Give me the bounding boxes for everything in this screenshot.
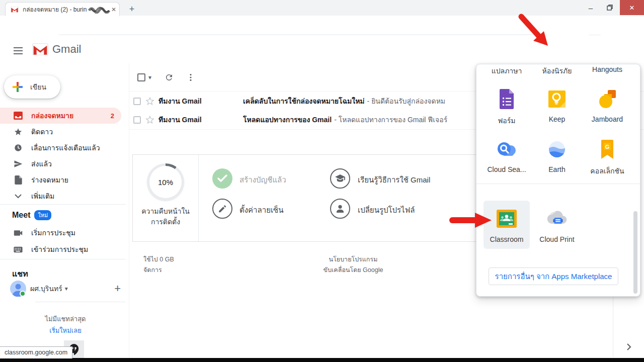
pencil-icon <box>218 204 227 213</box>
window-restore-button[interactable] <box>602 0 618 15</box>
status-bar-link: classroom.google.com <box>0 346 72 358</box>
new-tab-button[interactable]: + <box>126 3 138 15</box>
compose-plus-icon <box>12 81 23 93</box>
browser-toolbar: mail.google.com/mail/u/0/#inbox <box>0 16 644 36</box>
app-tile-label: ฟอร์ม <box>481 115 532 126</box>
sidebar-item-starred[interactable]: ติดดาว <box>0 124 121 140</box>
window-close-button[interactable]: ✕ <box>620 0 644 15</box>
compose-button[interactable]: เขียน <box>4 75 60 99</box>
setup-progress-label: ความคืบหน้าใน การติดตั้ง <box>133 206 198 227</box>
graduation-cap-icon <box>335 174 346 183</box>
sidebar-item-more[interactable]: เพิ่มเติม <box>0 188 121 204</box>
more-options-icon[interactable] <box>187 73 195 81</box>
sidebar-item-label: ส่งแล้ว <box>31 158 52 169</box>
draft-icon <box>13 175 23 185</box>
refresh-list-icon[interactable] <box>165 73 174 82</box>
sidebar-item-label: เริ่มการประชุม <box>31 227 75 238</box>
sidebar-item-inbox[interactable]: กล่องจดหมาย 2 <box>0 108 121 124</box>
email-star-icon[interactable] <box>145 115 154 124</box>
main-menu-icon[interactable] <box>14 45 23 56</box>
sidebar-divider <box>0 204 126 205</box>
change-profile-photo-button[interactable] <box>330 199 350 219</box>
browser-tab[interactable]: กล่องจดหมาย (2) - burin.n ✕ <box>5 2 120 16</box>
inbox-unread-count: 2 <box>111 112 114 120</box>
app-tile-label: Cloud Sea... <box>481 165 532 173</box>
learn-gmail-button[interactable] <box>330 168 350 189</box>
cloud-search-icon <box>496 138 518 160</box>
select-caret-icon[interactable]: ▾ <box>148 74 151 81</box>
apps-menu-scrollbar[interactable] <box>633 211 637 294</box>
gmail-logo[interactable]: Gmail <box>32 43 81 56</box>
chat-user-name: ผศ.บุรินทร์ <box>30 283 62 294</box>
chat-title: แชท <box>12 267 28 280</box>
video-camera-icon <box>13 230 23 236</box>
keyboard-icon <box>13 246 23 253</box>
task-learn-gmail[interactable]: เรียนรู้วิธีการใช้ Gmail <box>358 174 430 186</box>
browser-titlebar: กล่องจดหมาย (2) - burin.n ✕ + – ✕ <box>0 0 644 16</box>
chat-empty-text: ไม่มีแชทล่าสุด <box>0 314 131 324</box>
sidebar-divider <box>0 259 126 259</box>
redacted-scribble <box>88 6 111 14</box>
gmail-favicon-icon <box>11 7 19 13</box>
app-tile-hangouts[interactable]: Hangouts <box>582 65 632 73</box>
chat-add-button[interactable]: + <box>114 282 121 295</box>
sidebar-item-sent[interactable]: ส่งแล้ว <box>0 156 121 172</box>
sidebar-item-start-meeting[interactable]: เริ่มการประชุม <box>0 225 121 241</box>
sidebar-item-snoozed[interactable]: เลื่อนการแจ้งเตือนแล้ว <box>0 140 121 156</box>
email-checkbox[interactable] <box>133 116 141 124</box>
select-all-checkbox[interactable] <box>137 73 145 81</box>
chat-user-caret-icon[interactable]: ▾ <box>65 285 68 292</box>
apps-marketplace-button[interactable]: รายการอื่นๆ จาก Apps Marketplace <box>489 267 618 285</box>
window-minimize-button[interactable]: – <box>583 0 599 15</box>
meet-section-header: Meet ใหม่ <box>12 210 51 220</box>
gmail-logo-text: Gmail <box>52 43 81 56</box>
powered-by-google: ขับเคลื่อนโดย Google <box>303 265 404 275</box>
chat-user-avatar <box>10 281 26 297</box>
app-tile-vault[interactable]: ห้องนิรภัย <box>532 65 582 76</box>
manage-storage-link[interactable]: จัดการ <box>143 265 162 275</box>
email-sender: ทีมงาน Gmail <box>158 96 243 107</box>
program-policy-link[interactable]: นโยบายโปรแกรม <box>303 254 404 264</box>
sidebar-item-label: เลื่อนการแจ้งเตือนแล้ว <box>31 142 100 153</box>
sidebar-item-label: ร่างจดหมาย <box>31 174 68 186</box>
forms-icon <box>496 88 518 110</box>
account-created-check-icon <box>212 168 232 189</box>
email-snippet: - โหลดแอปทางการของ Gmail ฟีเจอร์ <box>334 116 447 124</box>
app-tile-label: Classroom <box>481 235 532 243</box>
email-star-icon[interactable] <box>145 97 154 106</box>
sidebar-item-label: เพิ่มเติม <box>31 191 54 202</box>
send-icon <box>13 159 23 168</box>
clock-icon <box>13 143 23 152</box>
card-divider <box>198 155 199 241</box>
storage-used: ใช้ไป 0 GB <box>143 254 174 264</box>
chat-user-row[interactable]: ผศ.บุรินทร์ ▾ + <box>10 281 121 297</box>
task-set-signature[interactable]: ตั้งค่าลายเซ็น <box>239 204 284 216</box>
star-icon <box>13 127 23 136</box>
classroom-icon <box>496 208 518 230</box>
apps-menu-divider <box>476 184 640 184</box>
email-checkbox[interactable] <box>133 98 141 105</box>
taskbar-edge <box>0 358 644 362</box>
sidebar-item-drafts[interactable]: ร่างจดหมาย <box>0 172 121 188</box>
gmail-app-window: กล่องจดหมาย (2) - burin.n ✕ + – ✕ mail.g… <box>0 0 644 362</box>
sidebar-item-label: เข้าร่วมการประชุม <box>31 244 88 255</box>
chevron-right-icon[interactable] <box>626 343 632 351</box>
setup-progress-value: 10% <box>149 166 182 198</box>
task-change-profile[interactable]: เปลี่ยนรูปโปรไฟล์ <box>358 204 415 216</box>
sidebar-item-join-meeting[interactable]: เข้าร่วมการประชุม <box>0 241 121 257</box>
task-account-created: สร้างบัญชีแล้ว <box>239 174 286 186</box>
tab-close-icon[interactable]: ✕ <box>111 7 116 13</box>
app-tile-label: Cloud Print <box>532 235 582 243</box>
app-tile-label: Earth <box>532 165 582 173</box>
meet-title: Meet <box>12 211 30 220</box>
app-tile-label: คอลเล็กชัน <box>582 165 632 176</box>
sidebar: เขียน กล่องจดหมาย 2 ติดดาว เลื่อนการแจ้ง… <box>0 63 129 358</box>
set-signature-button[interactable] <box>212 199 232 219</box>
collections-bookmark-icon: G <box>596 138 618 160</box>
chat-start-link[interactable]: เริ่มใหม่เลย <box>0 325 131 336</box>
svg-text:G: G <box>605 144 610 150</box>
app-tile-translate[interactable]: แปลภาษา <box>481 65 532 76</box>
meet-new-badge: ใหม่ <box>34 210 51 220</box>
app-tile-label: Jamboard <box>582 115 632 123</box>
list-toolbar: ▾ <box>129 70 481 84</box>
